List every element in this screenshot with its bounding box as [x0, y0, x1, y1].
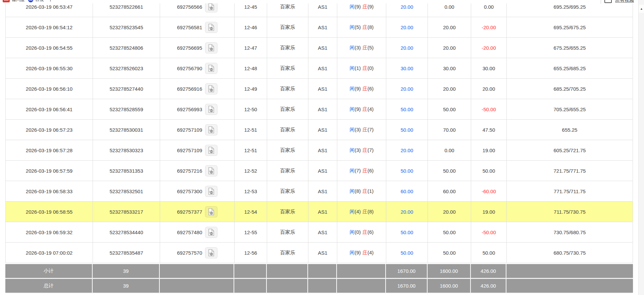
summary-bet-total-cell: 1670.00 — [386, 264, 428, 278]
game-name-cell: 百家乐 — [267, 181, 308, 201]
summary-empty-cell — [506, 264, 632, 278]
result-player: 闲(9) — [350, 4, 361, 10]
bet-time-cell: 2026-03-19 06:56:10 — [6, 79, 93, 99]
order-number-cell: 523278534440 — [93, 222, 160, 242]
scrollbar[interactable]: ▲ — [638, 0, 644, 295]
table-code-cell: AS1 — [308, 140, 337, 160]
bookmark-favicon-red-icon: 365 — [3, 0, 10, 2]
game-name-cell: 百家乐 — [267, 140, 308, 160]
session-number: 692757480 — [177, 229, 202, 235]
session-number-cell: 692756581 — [160, 17, 235, 37]
video-replay-button[interactable] — [205, 145, 217, 156]
table-code-cell: AS1 — [308, 3, 337, 17]
all-videos-link[interactable]: 所有视频 — [615, 0, 634, 3]
session-number-cell: 692757570 — [160, 243, 235, 263]
session-number-cell: 692757480 — [160, 222, 235, 242]
valid-amount-cell: 60.00 — [428, 181, 471, 201]
round-number-cell: 12-45 — [235, 3, 267, 17]
win-loss-cell: 50.00 — [471, 243, 507, 263]
table-row[interactable]: 2026-03-19 06:54:12 523278523545 6927565… — [6, 17, 633, 38]
result-banker: 庄(6) — [362, 168, 374, 174]
result-cell: 闲(3) 庄(7) — [337, 120, 386, 140]
order-number-cell: 523278524806 — [93, 38, 160, 58]
game-name-cell: 百家乐 — [267, 17, 308, 37]
video-replay-button[interactable] — [205, 63, 217, 74]
table-row[interactable]: 2026-03-19 06:57:23 523278530031 6927571… — [6, 120, 633, 140]
result-player: 闲(3) — [350, 127, 361, 133]
session-number-cell: 692757377 — [160, 202, 235, 222]
table-code-cell: AS1 — [308, 222, 337, 242]
balance-cell: 711.75/730.75 — [507, 202, 633, 222]
table-row[interactable]: 2026-03-19 07:00:02 523278535487 6927575… — [6, 243, 633, 263]
video-file-icon — [208, 106, 215, 113]
table-row[interactable]: 2026-03-19 06:57:59 523278531353 6927572… — [6, 161, 633, 181]
bet-amount-cell: 30.00 — [386, 58, 428, 78]
game-name-cell: 百家乐 — [267, 222, 308, 242]
summary-count-cell: 39 — [93, 279, 160, 293]
valid-amount-cell: 50.00 — [428, 243, 471, 263]
table-row[interactable]: 2026-03-19 06:56:41 523278528559 6927569… — [6, 99, 633, 120]
table-row[interactable]: 2026-03-19 06:58:33 523278532501 6927573… — [6, 181, 633, 202]
game-name-cell: 百家乐 — [267, 243, 308, 263]
bookmark-item[interactable]: 365 薇鸿金 — [3, 0, 25, 3]
valid-amount-cell: 70.00 — [428, 120, 471, 140]
summary-label-cell: 小计 — [5, 264, 93, 278]
video-replay-button[interactable] — [205, 83, 217, 94]
table-row[interactable]: 2026-03-19 06:58:55 523278533217 6927573… — [6, 202, 633, 222]
bet-amount-cell: 20.00 — [386, 140, 428, 160]
table-row[interactable]: 2026-03-19 06:59:32 523278534440 6927574… — [6, 222, 633, 243]
table-row[interactable]: 2026-03-19 06:53:47 523278522661 6927565… — [6, 3, 633, 17]
video-replay-button[interactable] — [205, 165, 217, 176]
win-loss-cell: 47.50 — [471, 120, 507, 140]
table-row[interactable]: 2026-03-19 06:56:10 523278527440 6927569… — [6, 79, 633, 99]
summary-empty-cell — [234, 264, 267, 278]
summary-section: 小计 39 1670.00 1600.00 426.00 总计 39 1670.… — [5, 264, 633, 294]
result-player: 闲(3) — [350, 147, 361, 154]
result-player: 闲(9) — [350, 250, 361, 256]
video-file-icon — [208, 146, 215, 154]
video-replay-button[interactable] — [205, 186, 217, 197]
win-loss-cell: -20.00 — [471, 38, 507, 58]
scroll-up-button[interactable]: ▲ — [639, 5, 644, 13]
round-number-cell: 12-50 — [235, 99, 267, 119]
video-replay-button[interactable] — [205, 3, 217, 12]
valid-amount-cell: 20.00 — [428, 202, 471, 222]
table-code-cell: AS1 — [308, 120, 337, 140]
win-loss-cell: -50.00 — [471, 99, 507, 119]
video-replay-button[interactable] — [205, 247, 217, 258]
order-number-cell: 523278523545 — [93, 17, 160, 37]
table-row[interactable]: 2026-03-19 06:57:28 523278530323 6927571… — [6, 140, 633, 161]
bookmark-label: 薇鸿金 — [12, 0, 25, 3]
video-replay-button[interactable] — [205, 22, 217, 33]
result-cell: 闲(8) 庄(1) — [337, 181, 386, 201]
bet-amount-cell: 50.00 — [386, 243, 428, 263]
video-file-icon — [208, 208, 215, 216]
result-cell: 闲(9) 庄(9) — [337, 3, 386, 17]
win-loss-cell: -50.00 — [471, 222, 507, 242]
result-banker: 庄(7) — [362, 127, 374, 133]
session-number: 692757570 — [177, 250, 202, 256]
table-row[interactable]: 2026-03-19 06:54:55 523278524806 6927566… — [6, 38, 633, 58]
summary-empty-cell — [267, 279, 308, 293]
session-number: 692757109 — [177, 148, 202, 153]
table-code-cell: AS1 — [308, 79, 337, 99]
order-number-cell: 523278530323 — [93, 140, 160, 160]
video-file-icon — [208, 126, 215, 134]
video-file-icon — [208, 3, 215, 11]
order-number-cell: 523278535487 — [93, 243, 160, 263]
video-replay-button[interactable] — [205, 206, 217, 217]
bookmark-label: 百度一下 — [35, 0, 53, 3]
video-file-icon — [208, 44, 215, 52]
result-banker: 庄(7) — [362, 147, 374, 154]
balance-cell: 680.75/730.75 — [507, 243, 633, 263]
video-replay-button[interactable] — [205, 124, 217, 135]
table-row[interactable]: 2026-03-19 06:55:30 523278526023 6927567… — [6, 58, 633, 79]
valid-amount-cell: 50.00 — [428, 99, 471, 119]
video-replay-button[interactable] — [205, 104, 217, 115]
bookmark-item[interactable]: du 百度一下 — [28, 0, 53, 3]
video-replay-button[interactable] — [205, 227, 217, 238]
summary-empty-cell — [160, 264, 234, 278]
video-replay-button[interactable] — [205, 42, 217, 53]
session-number-cell: 692756993 — [160, 99, 235, 119]
game-name-cell: 百家乐 — [267, 3, 308, 17]
